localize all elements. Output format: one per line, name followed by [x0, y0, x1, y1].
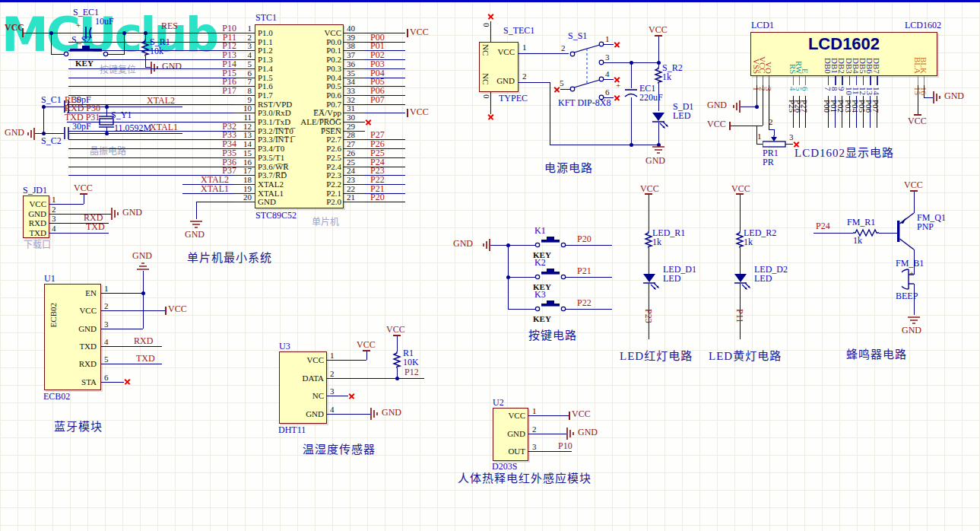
wire[interactable]: [397, 368, 398, 378]
pin-name[interactable]: XTAL1: [258, 189, 284, 198]
wire[interactable]: [740, 195, 741, 231]
pin-name[interactable]: P0.5: [326, 81, 341, 91]
wire[interactable]: [101, 364, 162, 364]
pin-name[interactable]: VO: [764, 62, 773, 74]
wire[interactable]: [101, 382, 124, 383]
wire[interactable]: [397, 336, 398, 351]
pin-stub[interactable]: [490, 21, 491, 42]
pin-name[interactable]: P1.6: [258, 81, 273, 91]
pin-name[interactable]: P3.3/I̅N̅T̅1̅: [258, 135, 293, 144]
gnd-power-port[interactable]: [111, 206, 120, 221]
wire[interactable]: [43, 107, 44, 133]
wire[interactable]: [914, 284, 915, 315]
resistor-designator[interactable]: FM_R1: [847, 218, 875, 227]
potentiometer-symbol[interactable]: [763, 135, 788, 148]
net-label[interactable]: P20: [577, 234, 591, 244]
pin-number[interactable]: 1: [522, 43, 527, 52]
wire[interactable]: [327, 414, 370, 415]
net-label[interactable]: P27: [800, 100, 809, 113]
pin-name[interactable]: P1.7: [258, 91, 273, 100]
vcc-label[interactable]: VCC: [649, 25, 668, 35]
pin-number[interactable]: 6: [801, 87, 810, 91]
led-value[interactable]: LED: [663, 274, 680, 284]
net-label[interactable]: P24: [816, 221, 830, 231]
vcc-label[interactable]: VCC: [386, 325, 405, 335]
wire[interactable]: [560, 89, 570, 90]
pin-name[interactable]: NC: [481, 73, 490, 84]
pin-name[interactable]: P̅S̅E̅N̅: [321, 126, 341, 135]
net-label[interactable]: P07: [871, 100, 880, 113]
key-label[interactable]: KEY: [533, 314, 551, 323]
pin-number[interactable]: 24: [347, 166, 355, 175]
pin-number[interactable]: 1: [532, 406, 537, 415]
led-symbol[interactable]: [731, 272, 752, 293]
gnd-label[interactable]: GND: [185, 230, 205, 240]
typec-part[interactable]: TYPEC: [499, 94, 528, 103]
pin-name[interactable]: P0.0: [326, 37, 341, 46]
pin-stub[interactable]: [769, 76, 769, 85]
pin-name[interactable]: TXD: [79, 342, 97, 351]
capacitor-value[interactable]: 10uF: [95, 17, 114, 27]
pin-name[interactable]: VCC: [324, 28, 341, 37]
net-label[interactable]: P20: [370, 192, 385, 202]
pin-name[interactable]: P1.5: [258, 73, 273, 82]
wire[interactable]: [327, 360, 366, 361]
pin-number[interactable]: 22: [347, 184, 355, 193]
gnd-label[interactable]: GND: [162, 62, 182, 72]
pin-number[interactable]: 35: [347, 68, 355, 78]
pushbutton-symbol[interactable]: [534, 300, 567, 312]
pin-name[interactable]: VCC: [29, 199, 46, 208]
pin-number[interactable]: 3: [605, 52, 610, 62]
vcc-label[interactable]: VCC: [904, 180, 923, 190]
pin-name[interactable]: P2.0: [326, 197, 341, 206]
pin-stub[interactable]: [756, 76, 757, 85]
pin-number[interactable]: 14: [872, 87, 881, 95]
wire[interactable]: [68, 33, 233, 33]
wire[interactable]: [68, 50, 233, 51]
wire[interactable]: [566, 309, 612, 310]
pin-number[interactable]: 16: [243, 157, 252, 167]
pin-name[interactable]: E: [801, 68, 810, 74]
wire[interactable]: [918, 85, 918, 114]
pin-number[interactable]: 4: [104, 337, 109, 346]
wire[interactable]: [566, 245, 612, 246]
pot-part[interactable]: PR: [763, 157, 774, 167]
pin-stub[interactable]: [763, 76, 763, 85]
wire[interactable]: [327, 396, 348, 396]
wire[interactable]: [68, 42, 233, 43]
bt-designator[interactable]: U1: [44, 274, 56, 284]
dht-part[interactable]: DHT11: [278, 425, 306, 435]
wire[interactable]: [924, 85, 924, 97]
pin-name[interactable]: P2.1: [326, 189, 341, 198]
wire[interactable]: [769, 129, 774, 130]
pin-number[interactable]: 10: [243, 103, 252, 113]
wire[interactable]: [68, 68, 233, 69]
wire[interactable]: [84, 195, 84, 204]
pin-number[interactable]: 34: [347, 77, 355, 86]
wire[interactable]: [631, 97, 632, 145]
gnd-power-port[interactable]: [26, 126, 35, 141]
reset-caption[interactable]: 按键复位: [100, 65, 136, 75]
gnd-label[interactable]: GND: [5, 128, 24, 138]
dht-caption[interactable]: 温湿度传感器: [303, 445, 376, 455]
pin-name[interactable]: P3.7/R̅D̅: [258, 170, 287, 180]
pin-name[interactable]: P2.6: [326, 144, 341, 153]
net-label[interactable]: P10: [558, 441, 572, 451]
pin-stub[interactable]: [490, 92, 491, 114]
wire[interactable]: [101, 310, 165, 311]
pin-number[interactable]: 3: [52, 214, 56, 223]
wire[interactable]: [51, 33, 52, 55]
wire[interactable]: [143, 271, 144, 329]
pin-number[interactable]: 27: [347, 139, 355, 148]
led-value[interactable]: LED: [754, 274, 772, 284]
mcu-designator[interactable]: STC1: [255, 13, 277, 23]
pin-stub[interactable]: [870, 76, 871, 85]
no-erc-marker[interactable]: [487, 113, 494, 120]
pin-name[interactable]: TXD: [29, 228, 46, 237]
transistor-value[interactable]: PNP: [917, 222, 934, 232]
net-label[interactable]: TXD: [136, 354, 155, 364]
pin-number[interactable]: 1: [605, 34, 610, 43]
pot-pin-number[interactable]: 1: [757, 132, 762, 141]
wire[interactable]: [68, 139, 233, 140]
pin-number[interactable]: 14: [243, 139, 252, 148]
